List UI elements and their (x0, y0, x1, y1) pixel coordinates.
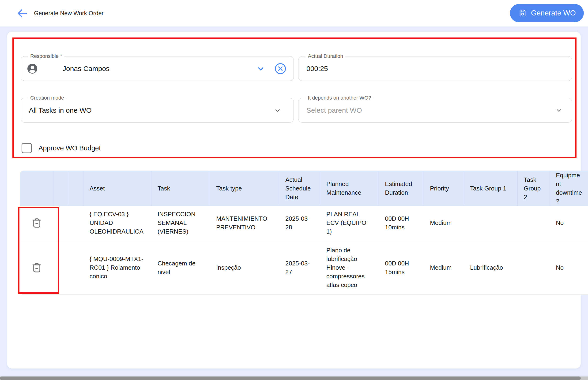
creation-mode-value: All Tasks in one WO (29, 98, 92, 122)
delete-row-button[interactable] (30, 261, 44, 275)
cell-task-type: MANTENIMIENTO PREVENTIVO (210, 206, 279, 240)
header-cell-task-group-1: Task Group 1 (464, 171, 518, 206)
header-cell-task: Task (151, 171, 210, 206)
header-cell-task-type: Task type (210, 171, 279, 206)
cell-asset: { MQU-0009-MTX1-RC01 } Rolamento conico (83, 240, 151, 295)
save-icon (518, 8, 527, 18)
cell-task: INSPECCION SEMANAL (VIERNES) (151, 206, 210, 240)
actual-duration-field[interactable]: Actual Duration 000:25 (298, 56, 572, 81)
header-cell-estimated-duration: Estimated Duration (379, 171, 424, 206)
parent-wo-select[interactable]: It depends on another WO? Select parent … (298, 98, 572, 123)
trash-icon (30, 216, 43, 229)
responsible-label: Responsible * (28, 53, 64, 59)
cell-task-group-1: Lubrificação (464, 240, 518, 295)
cell-actual-schedule-date: 2025-03-28 (279, 206, 320, 240)
chevron-down-icon[interactable] (256, 63, 266, 74)
cell-asset: { EQ.ECV-03 } UNIDAD OLEOHIDRAULICA (83, 206, 151, 240)
header-cell-actual-schedule-date: Actual Schedule Date (279, 171, 320, 206)
app-bar: Generate New Work Order Generate WO (0, 0, 588, 26)
row-spacer-cell (53, 206, 68, 240)
header-cell-task-group-2: Task Group 2 (518, 171, 550, 206)
cell-equipment-downtime: No (550, 206, 588, 240)
cell-task-group-1 (464, 206, 518, 240)
table-header-row: Asset Task Task type Actual Schedule Dat… (20, 171, 588, 206)
arrow-left-icon (16, 7, 29, 20)
table-row: { MQU-0009-MTX1-RC01 } Rolamento conico … (20, 240, 588, 295)
approve-wo-budget-row: Approve WO Budget (21, 143, 101, 153)
generate-wo-button[interactable]: Generate WO (510, 4, 584, 22)
chevron-down-icon (555, 106, 563, 114)
parent-wo-placeholder: Select parent WO (306, 98, 362, 122)
cell-task-type: Inspeção (210, 240, 279, 295)
header-cell-asset: Asset (83, 171, 151, 206)
page-title: Generate New Work Order (34, 0, 104, 26)
table-row: { EQ.ECV-03 } UNIDAD OLEOHIDRAULICA INSP… (20, 206, 588, 240)
trash-icon (30, 261, 43, 274)
row-actions-cell (20, 206, 53, 240)
actual-duration-value: 000:25 (306, 57, 328, 81)
row-actions-cell (20, 240, 53, 295)
approve-wo-budget-label: Approve WO Budget (39, 144, 101, 152)
header-cell-actions (20, 171, 53, 206)
tasks-table: Asset Task Task type Actual Schedule Dat… (20, 171, 588, 295)
cell-priority: Medium (424, 240, 464, 295)
row-spacer-cell (68, 240, 83, 295)
horizontal-scrollbar-track[interactable] (0, 377, 588, 380)
clear-circle-x-icon[interactable] (274, 62, 287, 75)
creation-mode-select[interactable]: Creation mode All Tasks in one WO (21, 98, 294, 123)
delete-row-button[interactable] (30, 216, 44, 230)
cell-task-group-2 (518, 206, 550, 240)
approve-wo-budget-checkbox[interactable] (21, 143, 32, 153)
cell-planned-maintenance: Plano de lubrificação Hinove - compresso… (320, 240, 379, 295)
row-spacer-cell (68, 206, 83, 240)
cell-estimated-duration: 00D 00H 15mins (379, 240, 424, 295)
header-cell-planned-maintenance: Planned Maintenance (320, 171, 379, 206)
header-cell-equipment-downtime: Equipment downtime? (550, 171, 588, 206)
person-avatar-icon (27, 63, 38, 74)
responsible-field[interactable]: Responsible * Jonas Campos (21, 56, 294, 81)
responsible-value: Jonas Campos (62, 57, 109, 81)
cell-task-group-2 (518, 240, 550, 295)
generate-work-order-page: Generate New Work Order Generate WO Resp… (0, 0, 588, 380)
header-cell-spacer (53, 171, 68, 206)
row-spacer-cell (53, 240, 68, 295)
horizontal-scrollbar-thumb[interactable] (0, 377, 581, 380)
cell-task: Checagem de nivel (151, 240, 210, 295)
back-button[interactable] (16, 7, 29, 20)
cell-planned-maintenance: PLAN REAL ECV (EQUIPO 1) (320, 206, 379, 240)
cell-equipment-downtime: No (550, 240, 588, 295)
cell-estimated-duration: 00D 00H 10mins (379, 206, 424, 240)
chevron-down-icon (273, 106, 282, 114)
generate-wo-label: Generate WO (531, 9, 576, 17)
header-cell-priority: Priority (424, 171, 464, 206)
cell-actual-schedule-date: 2025-03-27 (279, 240, 320, 295)
cell-priority: Medium (424, 206, 464, 240)
header-cell-spacer (68, 171, 83, 206)
